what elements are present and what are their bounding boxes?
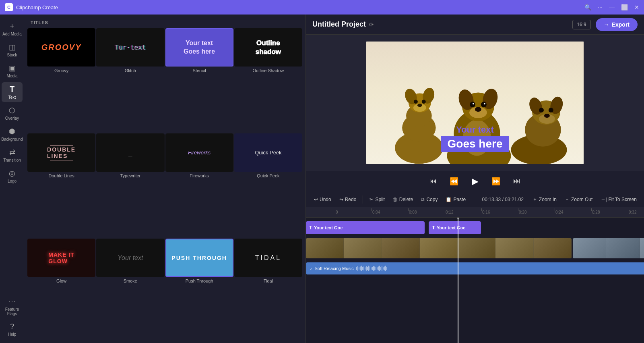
- video-frame-2: [344, 238, 382, 258]
- sidebar-item-logo[interactable]: ◎ Logo: [2, 166, 23, 186]
- more-icon[interactable]: ···: [598, 4, 603, 10]
- video-clip-1[interactable]: [306, 238, 572, 258]
- ruler-marks: 0 0:04 0:08 0:12 0:16 0:20 0:24 0:28 0:3…: [335, 210, 644, 214]
- title-thumb-outline: Outlineshadow: [234, 28, 302, 67]
- zoom-out-icon: －: [565, 196, 570, 203]
- groovy-text: GROOVY: [41, 43, 82, 52]
- svg-point-21: [484, 103, 485, 105]
- sidebar-item-stock[interactable]: ◫ Stock: [2, 40, 23, 60]
- sidebar-item-feature-flags[interactable]: ⋯ Feature Flags: [2, 295, 23, 318]
- sidebar-label-help: Help: [8, 332, 17, 337]
- wave-21: [380, 267, 381, 270]
- play-pause-button[interactable]: ▶: [469, 175, 481, 188]
- title-name-typewriter: Typewriter: [120, 172, 141, 181]
- sidebar-item-transition[interactable]: ⇄ Transition: [2, 146, 23, 165]
- title-card-glow[interactable]: MAKE ITGLOW Glow: [27, 239, 95, 341]
- title-card-glitch[interactable]: Tūr·text Tūr·text Tūr·text Glitch: [96, 28, 164, 131]
- maximize-icon[interactable]: ⬜: [621, 4, 628, 10]
- ruler-mark-32: 0:32: [628, 210, 644, 214]
- video-track-row: [306, 237, 644, 260]
- svg-point-19: [481, 102, 487, 108]
- timeline-tracks: T Your text Goe T Your text Goe: [306, 218, 644, 343]
- text-clip-icon-2: T: [432, 225, 435, 231]
- titles-grid: GROOVY Groovy Tūr·text Tūr·text Tūr·text…: [24, 28, 305, 343]
- stock-icon: ◫: [9, 43, 16, 52]
- title-card-smoke[interactable]: Your text Smoke: [96, 239, 164, 341]
- titlebar-left: C Clipchamp Create: [5, 3, 58, 11]
- video-frames-2: [573, 238, 644, 258]
- wave-19: [378, 266, 379, 270]
- redo-button[interactable]: ↪ Redo: [336, 195, 360, 204]
- title-card-double-lines[interactable]: DoubleLines Double Lines: [27, 133, 95, 236]
- tidal-text: TIDAL: [255, 254, 281, 262]
- audio-track-row: ♪ Soft Relaxing Music: [306, 261, 644, 276]
- title-thumb-typewriter: _: [96, 133, 164, 172]
- search-icon[interactable]: 🔍: [584, 4, 591, 10]
- text-clip-2[interactable]: T Your text Goe: [429, 221, 481, 234]
- title-card-stencil[interactable]: Your textGoes here Stencil: [165, 28, 233, 131]
- title-card-quick-peek[interactable]: Quick Peek Quick Peek: [234, 133, 302, 236]
- sidebar-item-text[interactable]: T Text: [2, 82, 23, 102]
- undo-button[interactable]: ↩ Undo: [311, 195, 334, 204]
- rename-icon[interactable]: ⟳: [369, 21, 374, 28]
- title-card-fireworks[interactable]: Fireworks Fireworks: [165, 133, 233, 236]
- title-thumb-quickpeek: Quick Peek: [234, 133, 302, 172]
- sidebar-item-help[interactable]: ? Help: [2, 320, 23, 339]
- close-icon[interactable]: ✕: [634, 4, 639, 10]
- export-arrow-icon: →: [604, 21, 609, 28]
- sidebar-item-background[interactable]: ⬢ Background: [2, 125, 23, 144]
- split-button[interactable]: ✂ Split: [366, 195, 388, 204]
- sidebar-item-media[interactable]: ▣ Media: [2, 61, 23, 81]
- svg-point-9: [422, 100, 426, 104]
- skip-to-end-button[interactable]: ⏭: [510, 175, 523, 188]
- titles-header: TITLES: [24, 15, 305, 28]
- preview-video: Your text Goes here: [366, 42, 584, 164]
- paste-button[interactable]: 📋 Paste: [442, 195, 469, 204]
- right-area: Untitled Project ⟳ 16:9 → Export: [306, 15, 644, 343]
- fireworks-text: Fireworks: [188, 150, 211, 156]
- outline-text: Outlineshadow: [256, 39, 281, 56]
- zoom-out-button[interactable]: － Zoom Out: [562, 194, 595, 204]
- paste-label: Paste: [453, 197, 466, 202]
- text-clip-1[interactable]: T Your text Goe: [306, 221, 425, 234]
- playhead-triangle: [455, 218, 461, 219]
- title-card-push-through[interactable]: PUSH THROUGH Push Through: [165, 239, 233, 341]
- sidebar-label-feature-flags: Feature Flags: [2, 307, 22, 316]
- doublelines-line-top: [50, 145, 73, 146]
- total-time: 03:21.02: [505, 197, 524, 202]
- sidebar-label-background: Background: [1, 137, 23, 141]
- zoom-in-button[interactable]: ＋ Zoom In: [530, 194, 559, 204]
- video-clip-2[interactable]: [573, 238, 644, 258]
- wave-25: [385, 266, 386, 271]
- playback-controls: ⏮ ⏪ ▶ ⏩ ⏭: [306, 171, 644, 192]
- step-forward-button[interactable]: ⏩: [489, 175, 502, 188]
- audio-clip[interactable]: ♪ Soft Relaxing Music: [306, 262, 644, 274]
- aspect-ratio-badge[interactable]: 16:9: [572, 20, 590, 29]
- copy-button[interactable]: ⧉ Copy: [418, 195, 441, 204]
- fit-to-screen-button[interactable]: →| Fit To Screen: [598, 195, 639, 204]
- title-thumb-groovy: GROOVY: [27, 28, 95, 67]
- text-clip-label-2: Your text Goe: [437, 225, 465, 230]
- project-title: Untitled Project: [312, 20, 366, 29]
- fit-to-screen-label: Fit To Screen: [609, 197, 637, 202]
- svg-point-15: [475, 107, 481, 112]
- video-frame-3: [382, 238, 420, 258]
- skip-to-start-button[interactable]: ⏮: [427, 175, 440, 188]
- sidebar-item-overlay[interactable]: ⬡ Overlay: [2, 104, 23, 123]
- export-button[interactable]: → Export: [596, 18, 638, 31]
- split-label: Split: [375, 197, 384, 202]
- title-card-outline-shadow[interactable]: Outlineshadow Outline Shadow: [234, 28, 302, 131]
- sidebar-label-transition: Transition: [3, 158, 21, 162]
- wave-2: [357, 266, 358, 271]
- svg-point-8: [414, 100, 418, 104]
- zoom-area: ＋ Zoom In － Zoom Out →| Fit To Screen: [530, 194, 639, 204]
- title-card-typewriter[interactable]: _ Typewriter: [96, 133, 164, 236]
- sidebar-item-add-media[interactable]: ＋ Add Media: [2, 19, 23, 39]
- help-icon: ?: [10, 322, 14, 331]
- title-thumb-smoke: Your text: [96, 239, 164, 277]
- delete-button[interactable]: 🗑 Delete: [390, 195, 417, 204]
- step-back-button[interactable]: ⏪: [448, 175, 460, 188]
- title-card-tidal[interactable]: TIDAL Tidal: [234, 239, 302, 341]
- minimize-icon[interactable]: —: [609, 4, 615, 10]
- title-card-groovy[interactable]: GROOVY Groovy: [27, 28, 95, 131]
